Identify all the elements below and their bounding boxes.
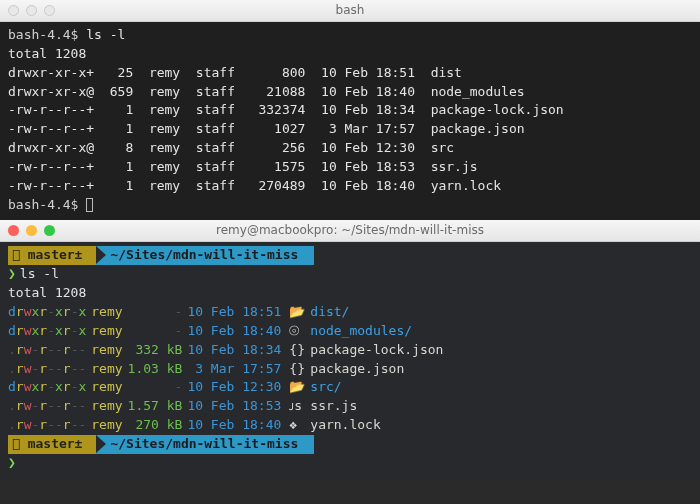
path-segment: ~/Sites/mdn-will-it-miss: [96, 435, 314, 454]
minimize-icon[interactable]: [26, 5, 37, 16]
branch-icon: : [12, 247, 20, 262]
permissions: .rw-r--r--: [8, 341, 91, 360]
list-row: .rw-r--r--remy1.57 kB10 Feb 18:53ᴊsssr.j…: [8, 397, 448, 416]
date: 10 Feb 18:53: [187, 397, 289, 416]
gear-icon: ⦾: [289, 322, 310, 341]
size: -: [128, 303, 188, 322]
filename: package.json: [310, 360, 448, 379]
minimize-icon[interactable]: [26, 225, 37, 236]
list-row: drwxr-xr-xremy-10 Feb 18:40⦾node_modules…: [8, 322, 448, 341]
window-title-top: bash: [336, 2, 365, 19]
list-row: drwxr-xr-x+ 25 remy staff 800 10 Feb 18:…: [8, 64, 692, 83]
branch-segment:  master±: [8, 435, 96, 454]
prompt-caret-icon: ❯: [8, 266, 20, 281]
command-line-bottom: ❯ls -l: [8, 265, 692, 284]
permissions: .rw-r--r--: [8, 416, 91, 435]
list-row: -rw-r--r--+ 1 remy staff 270489 10 Feb 1…: [8, 177, 692, 196]
permissions: .rw-r--r--: [8, 397, 91, 416]
size: 1.03 kB: [128, 360, 188, 379]
owner: remy: [91, 416, 127, 435]
list-row: .rw-r--r--remy 270 kB10 Feb 18:40❖yarn.l…: [8, 416, 448, 435]
zoom-icon[interactable]: [44, 225, 55, 236]
date: 10 Feb 18:51: [187, 303, 289, 322]
powerline-prompt-2:  master±~/Sites/mdn-will-it-miss: [8, 435, 692, 454]
owner: remy: [91, 303, 127, 322]
diamond-icon: ❖: [289, 416, 310, 435]
close-icon[interactable]: [8, 5, 19, 16]
terminal-top[interactable]: bash-4.4$ ls -l total 1208 drwxr-xr-x+ 2…: [0, 22, 700, 220]
list-row: .rw-r--r--remy 332 kB10 Feb 18:34{}packa…: [8, 341, 448, 360]
window-basic-bash: bash bash-4.4$ ls -l total 1208 drwxr-xr…: [0, 0, 700, 220]
total-line-bottom: total 1208: [8, 284, 692, 303]
cursor-icon: [86, 198, 93, 212]
total-line-top: total 1208: [8, 45, 692, 64]
date: 10 Feb 18:40: [187, 416, 289, 435]
folder-open-icon: 📂: [289, 303, 310, 322]
size: -: [128, 322, 188, 341]
permissions: drwxr-xr-x: [8, 303, 91, 322]
titlebar-bottom: remy@macbookpro: ~/Sites/mdn-will-it-mis…: [0, 220, 700, 242]
owner: remy: [91, 397, 127, 416]
owner: remy: [91, 341, 127, 360]
size: -: [128, 378, 188, 397]
filename: package-lock.json: [310, 341, 448, 360]
date: 3 Mar 17:57: [187, 360, 289, 379]
list-row: drwxr-xr-x@ 659 remy staff 21088 10 Feb …: [8, 83, 692, 102]
owner: remy: [91, 322, 127, 341]
permissions: .rw-r--r--: [8, 360, 91, 379]
filename: ssr.js: [310, 397, 448, 416]
size: 270 kB: [128, 416, 188, 435]
list-row: -rw-r--r--+ 1 remy staff 1575 10 Feb 18:…: [8, 158, 692, 177]
list-row: drwxr-xr-x@ 8 remy staff 256 10 Feb 12:3…: [8, 139, 692, 158]
list-row: -rw-r--r--+ 1 remy staff 332374 10 Feb 1…: [8, 101, 692, 120]
date: 10 Feb 12:30: [187, 378, 289, 397]
braces-icon: {}: [289, 341, 310, 360]
window-styled-shell: remy@macbookpro: ~/Sites/mdn-will-it-mis…: [0, 220, 700, 478]
date: 10 Feb 18:34: [187, 341, 289, 360]
permissions: drwxr-xr-x: [8, 378, 91, 397]
size: 332 kB: [128, 341, 188, 360]
filename: yarn.lock: [310, 416, 448, 435]
prompt-caret-icon: ❯: [8, 455, 20, 470]
date: 10 Feb 18:40: [187, 322, 289, 341]
window-title-bottom: remy@macbookpro: ~/Sites/mdn-will-it-mis…: [216, 222, 484, 239]
traffic-lights-bottom: [8, 225, 55, 236]
branch-icon: : [12, 436, 20, 451]
close-icon[interactable]: [8, 225, 19, 236]
list-row: -rw-r--r--+ 1 remy staff 1027 3 Mar 17:5…: [8, 120, 692, 139]
size: 1.57 kB: [128, 397, 188, 416]
zoom-icon[interactable]: [44, 5, 55, 16]
owner: remy: [91, 378, 127, 397]
list-row: drwxr-xr-xremy-10 Feb 12:30📂src/: [8, 378, 448, 397]
list-row: drwxr-xr-xremy-10 Feb 18:51📂dist/: [8, 303, 448, 322]
js-icon: ᴊs: [289, 397, 310, 416]
path-segment: ~/Sites/mdn-will-it-miss: [96, 246, 314, 265]
prompt-caret-line: ❯: [8, 454, 692, 473]
folder-open-icon: 📂: [289, 378, 310, 397]
owner: remy: [91, 360, 127, 379]
list-row: .rw-r--r--remy1.03 kB 3 Mar 17:57{}packa…: [8, 360, 448, 379]
branch-segment:  master±: [8, 246, 96, 265]
filename: node_modules/: [310, 322, 448, 341]
prompt-line-top: bash-4.4$ ls -l: [8, 26, 692, 45]
permissions: drwxr-xr-x: [8, 322, 91, 341]
traffic-lights-top: [8, 5, 55, 16]
braces-icon: {}: [289, 360, 310, 379]
filename: dist/: [310, 303, 448, 322]
powerline-prompt-1:  master±~/Sites/mdn-will-it-miss: [8, 246, 692, 265]
prompt-line-top-2: bash-4.4$: [8, 196, 692, 215]
titlebar-top: bash: [0, 0, 700, 22]
terminal-bottom[interactable]:  master±~/Sites/mdn-will-it-miss ❯ls -l…: [0, 242, 700, 478]
filename: src/: [310, 378, 448, 397]
